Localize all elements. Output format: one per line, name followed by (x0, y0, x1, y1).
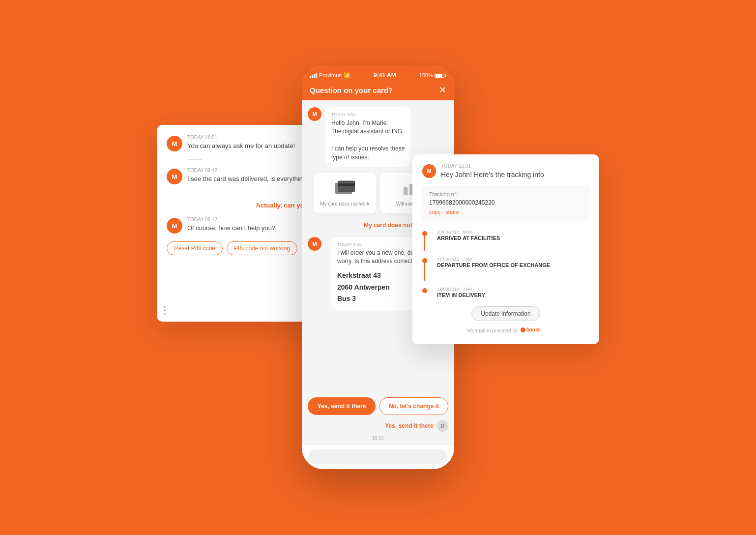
timeline-event-1: ARRIVED AT FACILITIES (437, 235, 500, 241)
timeline-item-1: 10/03/2018 8PM ARRIVED AT FACILITIES (422, 227, 589, 254)
tracking-box: Tracking n°: 17996682000000245220 copy s… (422, 185, 589, 221)
timeline-ts-2: 11/03/2018 7AM (437, 257, 550, 262)
battery-tip (445, 74, 446, 77)
user-phone-message-2: Yes, send it there D (302, 420, 454, 432)
signal-bar-1 (310, 76, 311, 78)
timeline-dot-2 (422, 258, 427, 263)
signal-bar-4 (316, 73, 317, 78)
tracking-actions: copy share (429, 209, 582, 215)
svg-rect-3 (404, 187, 407, 195)
user-avatar-small-2: D (436, 420, 448, 432)
user-msg-text-2: Yes, send it there (385, 422, 434, 429)
timeline-connector-2 (422, 257, 427, 281)
card-option-label-1: My card does not work (320, 201, 370, 207)
timeline-dot-3 (422, 288, 427, 293)
carrier-info: Proximus 📶 (310, 72, 350, 79)
phone-text-1: Hello John, I'm Marie.The digital assist… (331, 119, 405, 162)
update-info-button[interactable]: Update information (471, 306, 540, 321)
agent-avatar-3: M (167, 218, 182, 234)
tracking-label: Tracking n°: (429, 191, 582, 197)
change-address-button[interactable]: No, let's change it (379, 397, 448, 415)
phone-agent-avatar: M (308, 107, 321, 121)
status-bar: Proximus 📶 9:41 AM 100% (302, 66, 454, 81)
pin-not-working-button[interactable]: PIN code not working (227, 241, 297, 255)
timeline-line-2 (424, 263, 425, 281)
wifi-icon: 📶 (344, 72, 350, 79)
svg-rect-2 (338, 184, 355, 186)
chat-divider (187, 159, 202, 160)
agent-avatar-2: M (167, 169, 182, 184)
right-tracking-panel: M TODAY 12:01 Hey John! Here's the track… (412, 154, 599, 344)
timeline-connector-1 (422, 230, 427, 251)
phone-input-bar (302, 444, 454, 469)
share-link[interactable]: share (445, 209, 459, 215)
timeline-content-2: 11/03/2018 7AM DEPARTURE FROM OFFICE OF … (437, 257, 550, 275)
timeline-connector-3 (422, 287, 427, 293)
tracking-timeline: 10/03/2018 8PM ARRIVED AT FACILITIES 11/… (422, 227, 589, 301)
svg-text:bpost: bpost (526, 327, 540, 333)
battery-icon (435, 73, 446, 78)
right-panel-header: M TODAY 12:01 Hey John! Here's the track… (422, 163, 589, 178)
svg-rect-1 (338, 181, 355, 192)
timeline-event-2: DEPARTURE FROM OFFICE OF EXCHANGE (437, 262, 550, 268)
timeline-line-1 (424, 236, 425, 251)
battery-body (435, 73, 444, 78)
bpost-logo: bpost (521, 326, 545, 335)
battery-percent: 100% (419, 72, 433, 78)
carrier-name: Proximus (319, 72, 342, 78)
reset-pin-button[interactable]: Reset PIN code (167, 241, 223, 255)
right-header-content: TODAY 12:01 Hey John! Here's the trackin… (441, 163, 544, 178)
battery-fill (436, 74, 442, 77)
scene: M TODAY 18:01 You can always ask me for … (157, 66, 599, 469)
close-icon[interactable]: ✕ (439, 85, 446, 95)
timeline-content-1: 10/03/2018 8PM ARRIVED AT FACILITIES (437, 230, 500, 248)
chat-title: Question on your card? (310, 86, 393, 94)
tracking-number: 17996682000000245220 (429, 199, 582, 206)
signal-bar-3 (314, 74, 315, 78)
phone-bubble-1: TODAY 9:54 Hello John, I'm Marie.The dig… (325, 107, 410, 167)
timeline-ts-1: 10/03/2018 8PM (437, 230, 500, 235)
card-icon (333, 179, 357, 197)
right-agent-avatar: M (422, 164, 436, 178)
copy-link[interactable]: copy (429, 209, 440, 215)
timeline-content-3: 11/03/2018 7AM ITEM IN DELIVERY (437, 287, 485, 298)
more-options-menu[interactable] (164, 306, 166, 315)
phone-header: Question on your card? ✕ (302, 81, 454, 100)
provider-label: information provided by (466, 328, 518, 333)
action-buttons: Yes, send it there No, let's change it (308, 397, 448, 415)
status-time: 9:41 AM (374, 72, 396, 79)
svg-point-6 (521, 327, 525, 332)
timeline-dot-1 (422, 231, 427, 236)
timeline-ts-3: 11/03/2018 7AM (437, 287, 485, 292)
timeline-event-3: ITEM IN DELIVERY (437, 292, 485, 298)
signal-icon (310, 72, 317, 78)
battery-info: 100% (419, 72, 446, 78)
last-timestamp: 10:01 (302, 436, 454, 441)
card-svg-icon (333, 179, 357, 197)
signal-bar-2 (312, 75, 313, 78)
phone-ts-1: TODAY 9:54 (331, 112, 405, 117)
timeline-item-3: 11/03/2018 7AM ITEM IN DELIVERY (422, 284, 589, 301)
right-timestamp: TODAY 12:01 (441, 163, 544, 169)
phone-agent-avatar-2: M (308, 237, 321, 251)
confirm-address-button[interactable]: Yes, send it there (308, 397, 376, 415)
card-option-not-work[interactable]: My card does not work (314, 173, 376, 213)
bpost-logo-svg: bpost (521, 326, 545, 334)
agent-avatar-1: M (167, 136, 182, 151)
phone-input[interactable] (309, 449, 447, 464)
bpost-footer: information provided by bpost (422, 326, 589, 335)
timeline-item-2: 11/03/2018 7AM DEPARTURE FROM OFFICE OF … (422, 254, 589, 284)
right-title: Hey John! Here's the tracking info (441, 171, 544, 178)
